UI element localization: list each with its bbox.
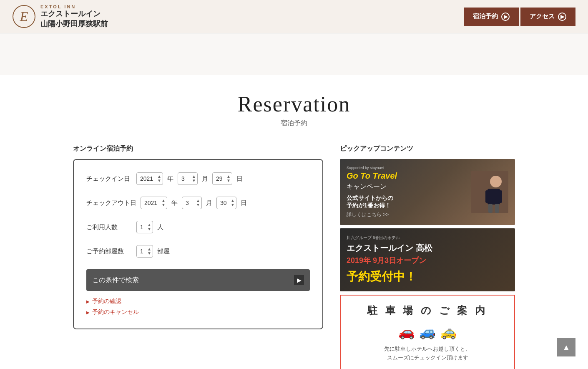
site-header: E EXTOL INN エクストールイン 山陽小野田厚狭駅前 宿泊予約 ▶ アク… xyxy=(0,0,588,33)
year-unit-2: 年 xyxy=(171,199,178,207)
checkin-month-select[interactable]: 123456789101112 xyxy=(178,172,198,185)
goto-image xyxy=(471,171,508,213)
day-unit-2: 日 xyxy=(241,199,247,207)
right-column: ピックアップコンテンツ Supported by staynavi Go To … xyxy=(340,144,515,369)
page-title-area: Reservation 宿泊予約 xyxy=(0,75,588,136)
checkout-row: チェックアウト日 20212022 ▲▼ 年 123456789101112 ▲… xyxy=(86,197,310,209)
checkout-year-select[interactable]: 20212022 xyxy=(141,197,167,209)
parking-banner[interactable]: 駐 車 場 の ご 案 内 🚗 🚙 🚕 先に駐車しホテルへお越し頂くと、スムーズ… xyxy=(340,295,515,369)
checkin-day-select[interactable]: 2728293031 xyxy=(212,172,232,185)
checkout-month-select[interactable]: 123456789101112 xyxy=(182,197,202,209)
month-unit-2: 月 xyxy=(206,199,212,207)
car-icon-3: 🚕 xyxy=(440,324,457,340)
rooms-row: ご予約部屋数 1234 ▲▼ 部屋 xyxy=(86,245,310,258)
parking-description: 先に駐車しホテルへお越し頂くと、スムーズにチェックイン頂けます xyxy=(349,345,506,362)
guests-unit: 人 xyxy=(157,223,163,231)
goto-travel-banner[interactable]: Supported by staynavi Go To Travel キャンペー… xyxy=(340,159,515,225)
takamatsu-name-text: エクストールイン 高松 xyxy=(347,243,508,254)
goto-description-text: 公式サイトからの予約が1番お得！ xyxy=(347,195,466,210)
online-booking-title: オンライン宿泊予約 xyxy=(73,144,323,153)
page-title-en: Reservation xyxy=(0,92,588,116)
parking-title-text: 駐 車 場 の ご 案 内 xyxy=(349,304,506,317)
goto-title-text: Go To Travel xyxy=(347,171,466,181)
cancel-reservation-link[interactable]: 予約のキャンセル xyxy=(86,308,310,316)
logo-name-en: EXTOL INN xyxy=(40,4,108,9)
main-content: オンライン宿泊予約 チェックイン日 20212022 ▲▼ 年 12345678… xyxy=(65,136,523,369)
guests-select[interactable]: 123456 xyxy=(136,221,153,233)
checkout-year-wrap: 20212022 ▲▼ xyxy=(141,197,167,209)
goto-campaign-text: キャンペーン xyxy=(347,182,466,191)
rooms-label: ご予約部屋数 xyxy=(86,248,132,255)
page-title-ja: 宿泊予約 xyxy=(0,119,588,128)
logo-name-ja: エクストールイン 山陽小野田厚狭駅前 xyxy=(40,9,108,29)
scroll-top-button[interactable]: ▲ xyxy=(557,338,575,356)
goto-text: Supported by staynavi Go To Travel キャンペー… xyxy=(347,166,466,218)
car-icon-1: 🚗 xyxy=(398,324,415,340)
svg-rect-5 xyxy=(488,204,493,213)
guests-wrap: 123456 ▲▼ xyxy=(136,221,153,233)
checkin-year-select[interactable]: 20212022 xyxy=(136,172,163,185)
guests-row: ご利用人数 123456 ▲▼ 人 xyxy=(86,221,310,233)
checkin-row: チェックイン日 20212022 ▲▼ 年 123456789101112 ▲▼… xyxy=(86,172,310,185)
day-unit: 日 xyxy=(236,175,243,183)
checkin-month-wrap: 123456789101112 ▲▼ xyxy=(178,172,198,185)
links-area: 予約の確認 予約のキャンセル xyxy=(86,298,310,316)
checkout-day-select[interactable]: 28293031 xyxy=(216,197,236,209)
booking-form-box: チェックイン日 20212022 ▲▼ 年 123456789101112 ▲▼… xyxy=(73,159,323,329)
year-unit: 年 xyxy=(167,175,173,183)
logo-area: E EXTOL INN エクストールイン 山陽小野田厚狭駅前 xyxy=(13,4,108,29)
rooms-select[interactable]: 1234 xyxy=(136,245,153,258)
svg-rect-3 xyxy=(485,190,490,203)
svg-rect-4 xyxy=(498,190,502,203)
access-header-button[interactable]: アクセス ▶ xyxy=(520,8,575,26)
search-button[interactable]: この条件で検索 ▶ xyxy=(86,269,310,291)
takamatsu-header-text: 川六グループ 6番目のホテル xyxy=(347,235,508,241)
takamatsu-date-text: 2019年 9月3日オープン xyxy=(347,255,508,265)
reservation-header-button[interactable]: 宿泊予約 ▶ xyxy=(464,8,519,26)
car-icon-2: 🚙 xyxy=(419,324,436,340)
guests-label: ご利用人数 xyxy=(86,223,132,231)
logo-text: EXTOL INN エクストールイン 山陽小野田厚狭駅前 xyxy=(40,4,108,29)
hero-area xyxy=(0,33,588,75)
logo-icon: E xyxy=(13,5,35,28)
parking-cars: 🚗 🚙 🚕 xyxy=(349,324,506,340)
checkin-day-wrap: 2728293031 ▲▼ xyxy=(212,172,232,185)
month-unit: 月 xyxy=(202,175,208,183)
rooms-wrap: 1234 ▲▼ xyxy=(136,245,153,258)
checkout-month-wrap: 123456789101112 ▲▼ xyxy=(182,197,202,209)
takamatsu-banner[interactable]: 川六グループ 6番目のホテル エクストールイン 高松 2019年 9月3日オープ… xyxy=(340,228,515,291)
arrow-icon: ▶ xyxy=(501,13,510,21)
header-buttons: 宿泊予約 ▶ アクセス ▶ xyxy=(464,8,575,26)
supported-by-text: Supported by staynavi xyxy=(347,166,466,170)
confirm-reservation-link[interactable]: 予約の確認 xyxy=(86,298,310,305)
rooms-unit: 部屋 xyxy=(157,248,170,255)
checkout-day-wrap: 28293031 ▲▼ xyxy=(216,197,236,209)
checkin-label: チェックイン日 xyxy=(86,175,132,183)
checkin-year-wrap: 20212022 ▲▼ xyxy=(136,172,163,185)
svg-rect-6 xyxy=(495,204,499,213)
pickup-title: ピックアップコンテンツ xyxy=(340,144,515,153)
goto-detail-text: 詳しくはこちら >> xyxy=(347,211,466,218)
checkout-label: チェックアウト日 xyxy=(86,199,136,207)
search-arrow-icon: ▶ xyxy=(294,275,304,285)
left-column: オンライン宿泊予約 チェックイン日 20212022 ▲▼ 年 12345678… xyxy=(73,144,323,369)
arrow-icon: ▶ xyxy=(558,13,566,21)
takamatsu-open-text: 予約受付中！ xyxy=(347,269,508,285)
svg-point-1 xyxy=(490,176,502,187)
